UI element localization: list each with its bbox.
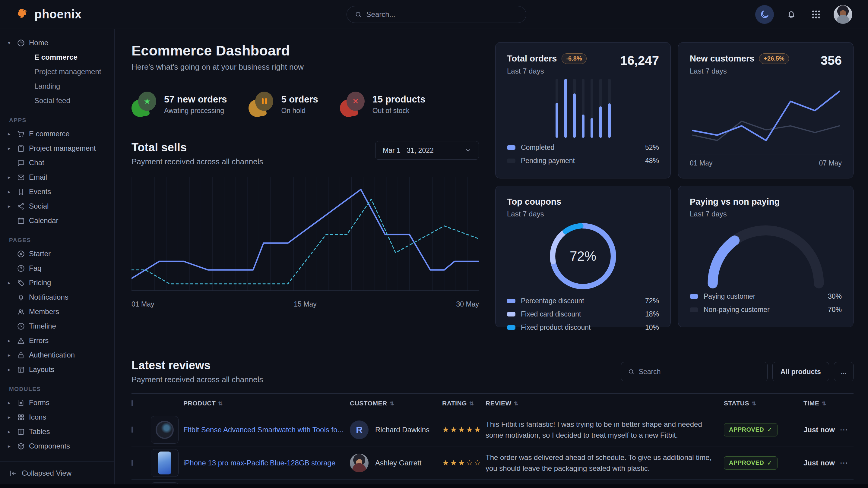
axis-label: 15 May <box>294 300 316 308</box>
sidebar-item-e-commerce[interactable]: ▸E commerce <box>8 127 108 141</box>
column-header-time[interactable]: TIME⇅ <box>803 400 840 407</box>
apps-menu-button[interactable] <box>809 7 824 22</box>
sort-icon: ⇅ <box>469 400 474 406</box>
stat-text: 15 productsOut of stock <box>372 94 426 115</box>
sidebar-subitem-social-feed[interactable]: Social feed <box>34 93 108 108</box>
orders-legend: Completed52%Pending payment48% <box>507 141 659 167</box>
sidebar-item-social[interactable]: ▸Social <box>8 199 108 214</box>
user-avatar[interactable] <box>834 5 852 24</box>
bar-track <box>599 79 602 138</box>
row-more-button[interactable]: ⋯ <box>840 425 854 435</box>
sidebar-subitem-e-commerce[interactable]: E commerce <box>34 50 108 65</box>
rating-stars: ★★★☆☆ <box>442 458 486 467</box>
sidebar-section-label: MODULES <box>9 386 108 392</box>
sidebar-item-label: Starter <box>29 250 51 258</box>
quick-stats: ★57 new ordersAwating processing5 orders… <box>131 92 479 117</box>
brand-logo[interactable]: phoenix <box>16 7 82 22</box>
legend-label: Fixed product discount <box>521 323 591 331</box>
sidebar-item-members[interactable]: Members <box>8 304 108 319</box>
table-columns-icon <box>17 428 25 436</box>
sidebar-item-icons[interactable]: ▸Icons <box>8 410 108 424</box>
table-header-row: PRODUCT⇅CUSTOMER⇅RATING⇅REVIEW⇅STATUS⇅TI… <box>131 393 854 413</box>
orders-bar-chart <box>556 79 611 138</box>
product-link[interactable]: Fitbit Sense Advanced Smartwatch with To… <box>183 426 343 434</box>
stat-star-icon: ★ <box>131 92 157 117</box>
product-thumbnail-watch <box>151 416 179 444</box>
file-text-wrap <box>17 399 29 407</box>
global-search[interactable] <box>346 6 526 23</box>
table-row <box>131 480 854 484</box>
total-sells-title: Total sells <box>131 141 263 154</box>
sidebar-item-forms[interactable]: ▸Forms <box>8 395 108 410</box>
sidebar-item-events[interactable]: ▸Events <box>8 185 108 199</box>
sidebar-item-timeline[interactable]: Timeline <box>8 319 108 333</box>
tag-wrap <box>17 279 29 287</box>
bookmark-wrap <box>17 188 29 196</box>
more-options-button[interactable]: ... <box>834 362 854 381</box>
compass-wrap <box>17 250 29 258</box>
sidebar-item-tables[interactable]: ▸Tables <box>8 424 108 439</box>
column-header-product[interactable]: PRODUCT⇅ <box>183 400 350 407</box>
column-label: RATING <box>442 400 467 406</box>
reviews-search[interactable] <box>621 362 768 381</box>
sidebar-item-pricing[interactable]: ▸Pricing <box>8 275 108 290</box>
sort-icon: ⇅ <box>514 400 519 406</box>
row-checkbox[interactable] <box>131 460 133 466</box>
sidebar-item-calendar[interactable]: Calendar <box>8 214 108 228</box>
total-orders-subtitle: Last 7 days <box>507 67 587 75</box>
sidebar-item-email[interactable]: ▸Email <box>8 170 108 185</box>
sidebar-item-notifications[interactable]: Notifications <box>8 290 108 304</box>
home-children: E commerceProject managementLandingSocia… <box>8 50 108 108</box>
sidebar-item-project-management[interactable]: ▸Project management <box>8 141 108 156</box>
time-cell: Just now <box>803 459 840 467</box>
sidebar-item-chat[interactable]: Chat <box>8 156 108 170</box>
legend-label: Percentage discount <box>521 297 584 305</box>
sidebar-item-errors[interactable]: ▸Errors <box>8 333 108 348</box>
date-range-select[interactable]: Mar 1 - 31, 2022 <box>375 141 479 160</box>
product-link[interactable]: iPhone 13 pro max-Pacific Blue-128GB sto… <box>183 459 335 467</box>
stat-value: 57 new orders <box>164 94 227 105</box>
column-label: STATUS <box>724 400 749 406</box>
column-header-review[interactable]: REVIEW⇅ <box>486 400 724 407</box>
legend-label: Fixed card discount <box>521 310 581 318</box>
caret-right-icon: ▸ <box>8 174 17 181</box>
bar-track <box>573 79 576 138</box>
theme-toggle-button[interactable] <box>755 5 774 24</box>
bar-track <box>608 79 611 138</box>
row-more-button[interactable]: ⋯ <box>840 458 854 468</box>
sidebar-subitem-landing[interactable]: Landing <box>34 79 108 93</box>
column-header-status[interactable]: STATUS⇅ <box>724 400 803 407</box>
lock-icon <box>17 351 25 359</box>
column-header-customer[interactable]: CUSTOMER⇅ <box>350 400 442 407</box>
collapse-view-toggle[interactable]: Collapsed View <box>0 461 114 484</box>
calendar-wrap <box>17 217 29 225</box>
column-label: PRODUCT <box>183 400 216 406</box>
stat-pause-icon <box>249 92 274 117</box>
moon-icon <box>760 9 770 20</box>
sidebar-subitem-project-management[interactable]: Project management <box>34 65 108 79</box>
bar-fill <box>608 103 611 138</box>
legend-swatch <box>507 145 516 150</box>
coupons-donut-center-label: 72% <box>570 249 596 264</box>
envelope-wrap <box>17 173 29 182</box>
sidebar-item-authentication[interactable]: ▸Authentication <box>8 348 108 362</box>
sidebar-item-components[interactable]: ▸Components <box>8 439 108 453</box>
thumb-cell <box>151 416 183 444</box>
sidebar-item-home[interactable]: ▾Home <box>8 36 108 50</box>
reviews-search-input[interactable] <box>639 368 761 376</box>
sidebar-item-faq[interactable]: Faq <box>8 261 108 275</box>
select-all-checkbox[interactable] <box>131 400 133 406</box>
sidebar-item-label: Members <box>29 307 59 316</box>
all-products-button[interactable]: All products <box>772 362 829 381</box>
new-customers-card: New customers +26.5% Last 7 days 356 01 … <box>678 42 854 178</box>
sidebar-item-label: Calendar <box>29 217 58 225</box>
sidebar-item-starter[interactable]: Starter <box>8 247 108 261</box>
users-icon <box>17 308 25 316</box>
column-header-rating[interactable]: RATING⇅ <box>442 400 486 407</box>
global-search-input[interactable] <box>367 10 519 19</box>
checkbox-cell <box>131 427 151 432</box>
caret-down-icon: ▾ <box>8 40 17 46</box>
notifications-button[interactable] <box>784 7 799 22</box>
sidebar-item-layouts[interactable]: ▸Layouts <box>8 362 108 377</box>
row-checkbox[interactable] <box>131 426 133 433</box>
